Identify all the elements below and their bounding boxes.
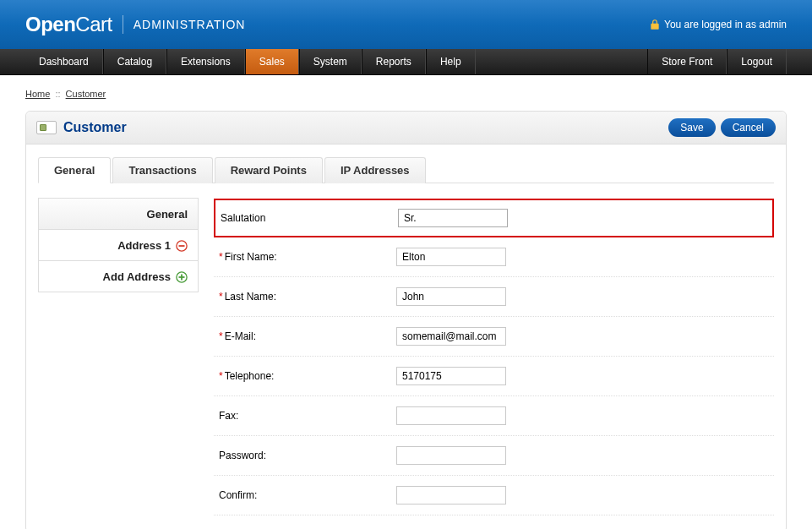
label-confirm: Confirm: — [219, 489, 396, 501]
page-title: Customer — [63, 120, 127, 135]
breadcrumb-current[interactable]: Customer — [66, 89, 106, 99]
nav-reports[interactable]: Reports — [362, 49, 426, 74]
required-mark: * — [219, 330, 223, 342]
top-tabs: General Transactions Reward Points IP Ad… — [38, 156, 774, 183]
nav-logout[interactable]: Logout — [727, 49, 787, 74]
row-confirm: Confirm: — [214, 476, 774, 515]
nav-dashboard[interactable]: Dashboard — [25, 49, 103, 74]
confirm-input[interactable] — [396, 486, 506, 504]
input-wrap-salutation — [398, 209, 508, 227]
logo-bold: Open — [25, 13, 75, 35]
row-last-name: *Last Name: — [214, 277, 774, 317]
label-salutation-text: Salutation — [221, 212, 265, 224]
main-navbar: Dashboard Catalog Extensions Sales Syste… — [0, 49, 812, 75]
side-tab-general-label: General — [147, 208, 188, 221]
required-mark: * — [219, 251, 223, 263]
row-fax: Fax: — [214, 396, 774, 436]
svg-rect-1 — [179, 245, 185, 247]
tab-ip-addresses[interactable]: IP Addresses — [324, 157, 426, 183]
nav-help[interactable]: Help — [426, 49, 476, 74]
email-input[interactable] — [396, 327, 506, 346]
heading-actions: Save Cancel — [668, 118, 776, 137]
label-password-text: Password: — [219, 450, 266, 461]
box-content: General Transactions Reward Points IP Ad… — [26, 145, 786, 529]
input-wrap-confirm — [396, 486, 506, 504]
fax-input[interactable] — [396, 406, 506, 425]
nav-store-front[interactable]: Store Front — [647, 49, 727, 74]
password-input[interactable] — [396, 446, 506, 465]
breadcrumb: Home :: Customer — [25, 89, 787, 99]
label-password: Password: — [219, 450, 396, 461]
form-area: Salutation *First Name: — [199, 199, 774, 515]
cancel-button[interactable]: Cancel — [721, 118, 776, 137]
box-heading: Customer Save Cancel — [26, 112, 786, 145]
required-mark: * — [219, 291, 223, 303]
nav-catalog[interactable]: Catalog — [103, 49, 166, 74]
customer-page-icon — [36, 121, 57, 134]
logo-rest: Cart — [75, 13, 112, 35]
side-tab-add-address-label: Add Address — [103, 270, 171, 283]
content-box: Customer Save Cancel General Transaction… — [25, 111, 787, 529]
required-mark: * — [219, 370, 223, 382]
header-login-status: You are logged in as admin — [649, 0, 787, 49]
label-telephone-text: Telephone: — [225, 370, 275, 382]
admin-section-label: ADMINISTRATION — [134, 18, 246, 31]
label-email-text: E-Mail: — [225, 330, 256, 342]
logo-separator — [123, 15, 123, 34]
login-text: You are logged in as admin — [664, 19, 787, 30]
nav-right: Store Front Logout — [647, 49, 787, 74]
page-container: Home :: Customer Customer Save Cancel Ge… — [0, 75, 812, 529]
nav-system[interactable]: System — [299, 49, 362, 74]
label-fax-text: Fax: — [219, 410, 238, 422]
input-wrap-telephone — [396, 367, 506, 385]
input-wrap-last-name — [396, 287, 506, 306]
side-tabs: General Address 1 Add Address — [38, 199, 199, 515]
row-first-name: *First Name: — [214, 237, 774, 277]
last-name-input[interactable] — [396, 287, 506, 306]
side-tab-address1-label: Address 1 — [117, 239, 171, 252]
label-last-name-text: Last Name: — [225, 291, 276, 303]
logo[interactable]: OpenCart — [25, 13, 112, 36]
input-wrap-password — [396, 446, 506, 465]
label-last-name: *Last Name: — [219, 291, 396, 303]
label-fax: Fax: — [219, 410, 396, 422]
tab-reward-points[interactable]: Reward Points — [215, 157, 323, 183]
side-tab-general[interactable]: General — [38, 198, 199, 230]
row-telephone: *Telephone: — [214, 357, 774, 396]
add-address-icon[interactable] — [176, 270, 188, 283]
label-confirm-text: Confirm: — [219, 489, 257, 501]
tab-general[interactable]: General — [38, 157, 111, 183]
salutation-input[interactable] — [398, 209, 508, 227]
header: OpenCart ADMINISTRATION You are logged i… — [0, 0, 812, 49]
row-password: Password: — [214, 436, 774, 476]
label-first-name: *First Name: — [219, 251, 396, 263]
label-salutation: Salutation — [221, 212, 398, 224]
nav-left: Dashboard Catalog Extensions Sales Syste… — [25, 49, 476, 74]
save-button[interactable]: Save — [668, 118, 715, 137]
label-email: *E-Mail: — [219, 330, 396, 342]
side-tab-add-address[interactable]: Add Address — [38, 260, 199, 292]
svg-rect-4 — [179, 276, 185, 278]
row-email: *E-Mail: — [214, 317, 774, 357]
input-wrap-fax — [396, 406, 506, 425]
form-layout: General Address 1 Add Address — [38, 199, 774, 515]
nav-extensions[interactable]: Extensions — [166, 49, 245, 74]
remove-address-icon[interactable] — [176, 238, 188, 252]
first-name-input[interactable] — [396, 248, 506, 266]
breadcrumb-home[interactable]: Home — [25, 89, 50, 99]
lock-icon — [649, 19, 664, 31]
label-first-name-text: First Name: — [225, 251, 277, 263]
row-salutation: Salutation — [214, 199, 774, 237]
input-wrap-email — [396, 327, 506, 346]
side-tab-address-1[interactable]: Address 1 — [38, 229, 199, 261]
input-wrap-first-name — [396, 248, 506, 266]
label-telephone: *Telephone: — [219, 370, 396, 382]
tab-transactions[interactable]: Transactions — [112, 157, 212, 183]
telephone-input[interactable] — [396, 367, 506, 385]
breadcrumb-sep: :: — [55, 89, 60, 99]
nav-sales[interactable]: Sales — [245, 49, 299, 74]
